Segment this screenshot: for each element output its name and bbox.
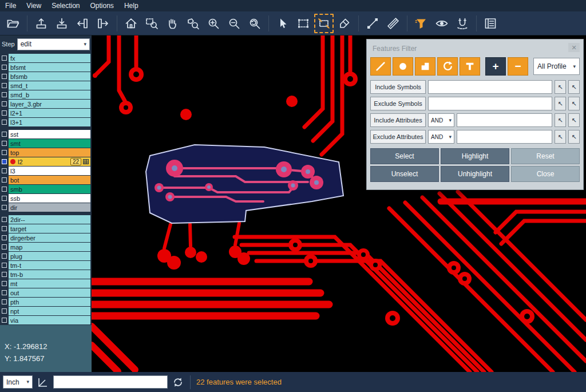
layer-row-bfsmb[interactable]: bfsmb (0, 72, 92, 81)
include-symbols-input[interactable] (428, 80, 552, 94)
layer-checkbox[interactable] (2, 65, 7, 70)
layer-checkbox[interactable] (2, 281, 7, 286)
layer-row-l3[interactable]: l3 (0, 167, 92, 175)
pick-include-attribute-button[interactable]: ↖ (555, 113, 566, 127)
layer-row-layer_3.gbr[interactable]: layer_3.gbr (0, 100, 92, 108)
view-options-button[interactable] (432, 14, 452, 33)
layer-row-plug[interactable]: plug (0, 252, 92, 260)
layer-row-mt[interactable]: mt (0, 279, 92, 288)
layer-row-smt[interactable]: smt (0, 139, 92, 148)
text-feature-button[interactable] (460, 57, 480, 76)
layer-checkbox[interactable] (2, 110, 7, 116)
layer-cell[interactable]: fx (9, 54, 90, 62)
layer-checkbox[interactable] (2, 150, 7, 155)
layer-checkbox[interactable] (2, 235, 7, 240)
layer-cell[interactable]: smb (9, 185, 90, 193)
zoom-polygon-button[interactable] (183, 14, 203, 33)
layer-row-dir[interactable]: dir (0, 203, 92, 212)
select-features-button[interactable] (314, 14, 334, 33)
layer-cell[interactable]: l222 (9, 157, 90, 166)
pick-include-symbol-add-button[interactable]: ↖ (568, 80, 580, 94)
layer-cell[interactable]: mt (9, 279, 90, 288)
step-export-button[interactable] (31, 14, 51, 33)
layer-row-l2+1[interactable]: l2+1 (0, 109, 92, 117)
unit-select[interactable]: Inch ▾ (3, 375, 33, 389)
frame-select-button[interactable] (294, 14, 313, 33)
pan-button[interactable] (163, 14, 182, 33)
menu-item-view[interactable]: View (21, 0, 46, 11)
layer-row-sst[interactable]: sst (0, 130, 92, 138)
menu-item-help[interactable]: Help (119, 0, 144, 11)
pick-exclude-symbol-button[interactable]: ↖ (555, 97, 566, 110)
menu-item-options[interactable]: Options (85, 0, 119, 11)
pick-include-attribute-add-button[interactable]: ↖ (568, 113, 580, 127)
select-button[interactable]: Select (370, 148, 439, 164)
refresh-button[interactable] (172, 376, 184, 389)
layer-cell[interactable]: plug (9, 252, 90, 260)
measure-points-button[interactable] (363, 14, 382, 33)
layer-cell[interactable]: l3 (9, 167, 90, 175)
layer-cell[interactable]: smt (9, 139, 90, 148)
layer-cell[interactable]: l2+1 (9, 109, 90, 117)
layer-checkbox[interactable] (2, 263, 7, 268)
pick-exclude-symbol-add-button[interactable]: ↖ (568, 97, 580, 110)
layer-row-npt[interactable]: npt (0, 307, 92, 315)
pick-exclude-attribute-add-button[interactable]: ↖ (568, 130, 580, 144)
include-attributes-button[interactable]: Include Attributes (370, 113, 426, 127)
layer-row-tm-t[interactable]: tm-t (0, 261, 92, 270)
command-input[interactable] (53, 375, 168, 389)
unhighlight-button[interactable]: Unhighlight (441, 166, 509, 182)
layer-row-2dir--[interactable]: 2dir-- (0, 215, 92, 224)
selection-region[interactable] (146, 145, 343, 223)
layer-cell[interactable]: npt (9, 307, 90, 315)
layer-row-target[interactable]: target (0, 224, 92, 233)
step-import-button[interactable] (52, 14, 72, 33)
snap-angle-button[interactable] (37, 376, 49, 389)
highlight-button[interactable]: Highlight (441, 148, 509, 164)
layer-cell[interactable]: bfsmb (9, 72, 90, 81)
layer-cell[interactable]: layer_3.gbr (9, 100, 90, 108)
step-select[interactable]: edit ▾ (17, 38, 90, 50)
layer-checkbox[interactable] (2, 101, 7, 106)
layer-checkbox[interactable] (2, 290, 7, 295)
zoom-area-button[interactable] (142, 14, 161, 33)
layer-cell[interactable]: target (9, 224, 90, 233)
layer-row-smd_t[interactable]: smd_t (0, 81, 92, 90)
eraser-button[interactable] (335, 14, 354, 33)
layer-cell[interactable]: smd_b (9, 90, 90, 99)
pick-include-symbol-button[interactable]: ↖ (555, 80, 566, 94)
features-filter-button[interactable] (411, 14, 431, 33)
layer-row-l2[interactable]: l222 (0, 157, 92, 166)
exclude-attributes-input[interactable] (457, 130, 552, 144)
layer-row-out[interactable]: out (0, 288, 92, 297)
layer-cell[interactable]: via (9, 316, 90, 324)
layer-row-l3+1[interactable]: l3+1 (0, 118, 92, 126)
layer-checkbox[interactable] (2, 205, 7, 210)
layer-row-via[interactable]: via (0, 316, 92, 324)
step-next-button[interactable] (93, 14, 113, 33)
layer-checkbox[interactable] (2, 272, 7, 277)
zoom-out-button[interactable] (224, 14, 244, 33)
arc-feature-button[interactable] (437, 57, 458, 76)
layer-row-map[interactable]: map (0, 243, 92, 251)
layer-row-fx[interactable]: fx (0, 54, 92, 62)
layer-checkbox[interactable] (2, 168, 7, 173)
layer-row-smb[interactable]: smb (0, 185, 92, 193)
dialog-titlebar[interactable]: Features Filter ✕ (370, 43, 580, 54)
layer-cell[interactable]: top (9, 148, 90, 157)
layer-cell[interactable]: bfsmt (9, 63, 90, 72)
pad-feature-button[interactable] (393, 57, 413, 76)
layer-cell[interactable]: pth (9, 298, 90, 306)
feature-report-button[interactable] (481, 14, 500, 33)
layer-row-pth[interactable]: pth (0, 298, 92, 306)
layer-cell[interactable]: 2dir-- (9, 215, 90, 224)
exclude-attributes-button[interactable]: Exclude Attributes (370, 130, 426, 144)
layer-cell[interactable]: dir (9, 203, 90, 212)
close-icon[interactable]: ✕ (568, 43, 580, 52)
layer-cell[interactable]: tm-t (9, 261, 90, 270)
layer-cell[interactable]: ssb (9, 194, 90, 203)
layer-row-bot[interactable]: bot (0, 176, 92, 184)
layer-checkbox[interactable] (2, 141, 7, 146)
remove-filter-button[interactable]: − (508, 57, 528, 76)
layer-checkbox[interactable] (2, 120, 7, 125)
